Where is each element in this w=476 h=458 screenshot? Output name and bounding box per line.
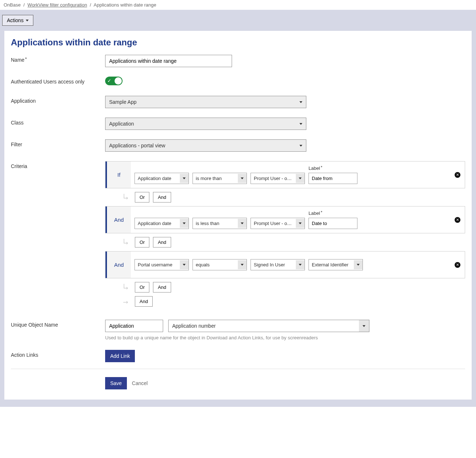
add-and-button[interactable]: And: [153, 282, 171, 293]
connector-arrow-icon: [123, 298, 130, 305]
application-select[interactable]: Sample App: [105, 96, 306, 108]
caret-down-icon: [26, 20, 29, 21]
auth-only-toggle[interactable]: ✓: [105, 77, 123, 85]
connector-arrow-icon: [123, 284, 130, 291]
add-or-button[interactable]: Or: [135, 237, 149, 248]
caret-down-icon: [183, 177, 186, 179]
add-link-button[interactable]: Add Link: [105, 350, 135, 362]
breadcrumb: OnBase / WorkView filter configuration /…: [0, 0, 476, 10]
unique-object-name-label: Unique Object Name: [11, 320, 105, 328]
criteria-label: Criteria: [11, 161, 105, 169]
add-or-button[interactable]: Or: [135, 282, 149, 293]
criteria-operator-select[interactable]: is less than: [193, 218, 247, 229]
caret-down-icon: [183, 222, 186, 224]
criteria-label-input[interactable]: [309, 173, 357, 184]
criteria-operator-select[interactable]: is more than: [193, 173, 247, 184]
add-and-button[interactable]: And: [153, 192, 171, 203]
caret-down-icon: [241, 222, 244, 224]
unique-object-name-input[interactable]: [105, 320, 163, 332]
name-label: Name*: [11, 55, 105, 63]
caret-down-icon: [299, 145, 302, 147]
actions-dropdown-button[interactable]: Actions: [2, 15, 33, 26]
add-and-button[interactable]: And: [153, 237, 171, 248]
caret-down-icon: [299, 101, 302, 103]
application-select-value: Sample App: [109, 99, 137, 105]
unique-help-text: Used to build up a unique name for the o…: [105, 335, 465, 340]
caret-down-icon: [299, 264, 302, 266]
breadcrumb-root: OnBase: [4, 2, 21, 8]
caret-down-icon: [299, 177, 302, 179]
caret-down-icon: [183, 264, 186, 266]
remove-criteria-icon[interactable]: ✕: [455, 262, 460, 268]
breadcrumb-current: Applications within date range: [94, 2, 156, 8]
criteria-attribute-select[interactable]: Application date: [134, 218, 189, 229]
divider: [11, 369, 465, 369]
filter-label: Filter: [11, 139, 105, 147]
criteria-value-source-select[interactable]: Signed In User: [251, 259, 305, 270]
remove-criteria-icon[interactable]: ✕: [455, 217, 460, 223]
action-links-label: Action Links: [11, 350, 105, 358]
caret-down-icon: [241, 264, 244, 266]
application-label: Application: [11, 96, 105, 104]
action-bar: Actions Applications within date range N…: [0, 10, 476, 407]
criteria-operator-select[interactable]: equals: [193, 259, 247, 270]
criteria-label-field-label: Label*: [309, 165, 357, 171]
add-and-group-button[interactable]: And: [135, 296, 153, 307]
breadcrumb-link[interactable]: WorkView filter configuration: [28, 2, 87, 8]
save-button[interactable]: Save: [105, 377, 127, 389]
connector-arrow-icon: [123, 239, 130, 246]
class-select-value: Application: [109, 121, 134, 127]
auth-only-label: Authenticated Users access only: [11, 77, 105, 85]
remove-criteria-icon[interactable]: ✕: [455, 172, 460, 178]
criteria-row: If Application date: [105, 161, 465, 188]
filter-select[interactable]: Applications - portal view: [105, 139, 306, 152]
class-label: Class: [11, 118, 105, 126]
filter-select-value: Applications - portal view: [109, 143, 165, 148]
connector-arrow-icon: [123, 194, 130, 201]
criteria-row: And Application date: [105, 206, 465, 233]
criteria-value-source-select[interactable]: Prompt User - opt...: [251, 218, 305, 229]
unique-object-attribute-select[interactable]: Application number: [168, 320, 369, 332]
caret-down-icon: [299, 222, 302, 224]
criteria-attribute-select[interactable]: Application date: [134, 173, 189, 184]
criteria-extra-select[interactable]: External Identifier: [309, 259, 363, 270]
add-or-button[interactable]: Or: [135, 192, 149, 203]
actions-button-label: Actions: [7, 17, 24, 23]
caret-down-icon: [299, 123, 302, 125]
criteria-row: And Portal username equals: [105, 251, 465, 278]
criteria-attribute-select[interactable]: Portal username: [134, 259, 189, 270]
criteria-value-source-select[interactable]: Prompt User - opt...: [251, 173, 305, 184]
criteria-gate: If: [105, 161, 131, 188]
caret-down-icon: [363, 325, 365, 327]
caret-down-icon: [241, 177, 244, 179]
page-title: Applications within date range: [11, 37, 465, 48]
class-select[interactable]: Application: [105, 118, 306, 130]
criteria-gate: And: [105, 206, 131, 233]
criteria-gate: And: [105, 252, 131, 278]
criteria-label-input[interactable]: [309, 218, 357, 229]
check-icon: ✓: [107, 78, 111, 83]
caret-down-icon: [357, 264, 360, 266]
criteria-block: If Application date: [105, 161, 465, 310]
cancel-button[interactable]: Cancel: [128, 377, 152, 389]
criteria-label-field-label: Label*: [309, 210, 357, 216]
name-input[interactable]: [105, 55, 232, 67]
